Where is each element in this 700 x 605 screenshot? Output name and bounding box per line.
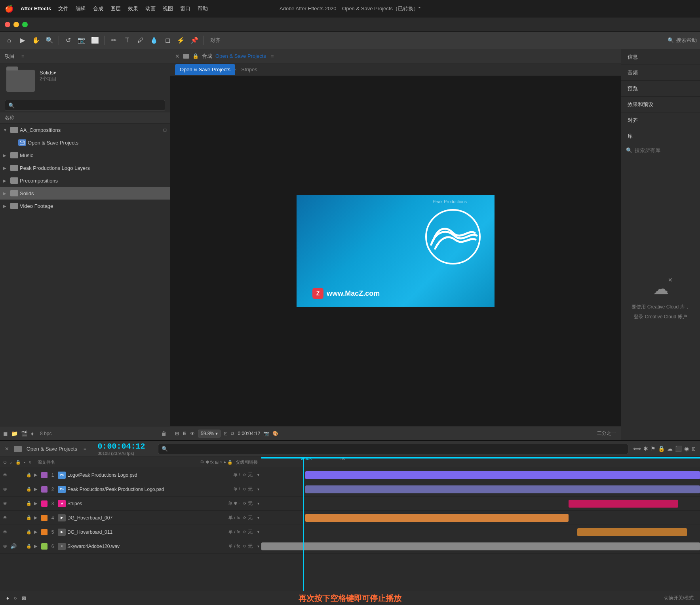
layer-lock-icon[interactable]: 🔒 bbox=[26, 487, 32, 492]
maximize-button[interactable] bbox=[22, 22, 28, 27]
layer-lock-icon[interactable]: 🔒 bbox=[26, 472, 32, 478]
parent-expand-icon[interactable]: ▾ bbox=[257, 501, 259, 506]
project-panel-menu-icon[interactable]: ≡ bbox=[21, 53, 25, 59]
list-item[interactable]: ▶ Precompositions bbox=[0, 174, 170, 187]
timeline-search[interactable]: 🔍 bbox=[158, 444, 628, 454]
layer-eye-icon[interactable]: 👁 bbox=[2, 529, 9, 535]
zoom-tool[interactable]: 🔍 bbox=[44, 34, 55, 46]
menu-edit[interactable]: 编辑 bbox=[76, 5, 86, 12]
select-tool[interactable]: ▶ bbox=[17, 34, 29, 46]
color-depth-icon[interactable]: 👁 bbox=[190, 431, 195, 436]
timeline-bar[interactable] bbox=[305, 471, 700, 479]
layer-expand-icon[interactable]: ▶ bbox=[34, 501, 40, 506]
timeline-bar[interactable] bbox=[261, 542, 700, 550]
menu-window[interactable]: 窗口 bbox=[180, 5, 190, 12]
text-tool[interactable]: T bbox=[121, 34, 133, 46]
layer-switches[interactable]: 单 ✱ - bbox=[228, 500, 242, 506]
time-stretch-icon[interactable]: ⧖ bbox=[691, 445, 695, 452]
camera-snapshot-icon[interactable]: 📷 bbox=[263, 431, 269, 436]
timeline-bar[interactable] bbox=[577, 528, 687, 536]
expand-icon[interactable]: ▶ bbox=[3, 153, 9, 158]
expand-icon[interactable]: ▶ bbox=[3, 191, 9, 196]
layer-expand-icon[interactable]: ▶ bbox=[34, 529, 40, 535]
thirds-label[interactable]: 三分之一 bbox=[597, 430, 616, 437]
eraser-tool[interactable]: ◻ bbox=[162, 34, 173, 46]
timeline-bar[interactable] bbox=[305, 485, 700, 493]
expand-icon[interactable]: ▶ bbox=[3, 204, 9, 208]
tab-open-save[interactable]: Open & Save Projects bbox=[175, 64, 235, 75]
list-item[interactable]: ▼ AA_Compositions ⊞ bbox=[0, 124, 170, 136]
panel-info[interactable]: 信息 bbox=[621, 49, 700, 65]
layer-switches[interactable]: 单 / bbox=[233, 472, 242, 478]
project-search-input[interactable] bbox=[17, 103, 162, 108]
clone-tool[interactable]: 💧 bbox=[148, 34, 160, 46]
brush-tool[interactable]: 🖊 bbox=[135, 34, 146, 46]
home-button[interactable]: ⌂ bbox=[3, 34, 15, 46]
status-icon-1[interactable]: ♦ bbox=[6, 595, 9, 601]
menu-compose[interactable]: 合成 bbox=[93, 5, 103, 12]
parent-expand-icon[interactable]: ▾ bbox=[257, 530, 259, 534]
menu-file[interactable]: 文件 bbox=[58, 5, 68, 12]
layer-switches[interactable]: 单 / fx bbox=[228, 529, 242, 535]
comp-link-icon[interactable]: ⟺ bbox=[633, 445, 641, 452]
layer-eye-icon[interactable]: 👁 bbox=[2, 487, 9, 492]
parent-expand-icon[interactable]: ▾ bbox=[257, 516, 259, 520]
menu-help[interactable]: 帮助 bbox=[198, 5, 208, 12]
flow-button[interactable]: ♦ bbox=[31, 430, 34, 437]
parent-expand-icon[interactable]: ▾ bbox=[257, 487, 259, 491]
shy-icon[interactable]: ☁ bbox=[667, 445, 673, 452]
viewer-type-icon[interactable]: 🖥 bbox=[182, 431, 187, 436]
project-search-bar[interactable]: 🔍 bbox=[5, 100, 165, 111]
new-comp-button[interactable]: ◼ bbox=[3, 430, 8, 437]
parent-expand-icon[interactable]: ▾ bbox=[257, 544, 259, 548]
rotation-tool[interactable]: ↺ bbox=[62, 34, 74, 46]
list-item[interactable]: ▶ Peak Productions Logo Layers bbox=[0, 162, 170, 174]
library-search[interactable]: 🔍 bbox=[621, 144, 700, 156]
layer-lock-icon[interactable]: 🔒 bbox=[26, 544, 32, 549]
list-item[interactable]: ▶ Music bbox=[0, 149, 170, 162]
menu-view[interactable]: 视图 bbox=[163, 5, 173, 12]
layer-lock-icon[interactable]: 🔒 bbox=[26, 515, 32, 520]
tab-stripes[interactable]: Stripes bbox=[236, 64, 262, 75]
layer-eye-icon[interactable]: 👁 bbox=[2, 544, 9, 549]
list-item[interactable]: ▶ Video Footage bbox=[0, 200, 170, 212]
color-picker-icon[interactable]: 🎨 bbox=[272, 431, 278, 436]
comp-header-menu[interactable]: ≡ bbox=[271, 53, 274, 59]
layer-lock-icon[interactable]: 🔒 bbox=[26, 501, 32, 506]
panel-effects[interactable]: 效果和预设 bbox=[621, 97, 700, 112]
motion-blur-icon[interactable]: ◉ bbox=[684, 445, 689, 452]
layer-eye-icon[interactable]: 👁 bbox=[2, 472, 9, 478]
layer-expand-icon[interactable]: ▶ bbox=[34, 515, 40, 520]
menu-effect[interactable]: 效果 bbox=[128, 5, 138, 12]
minimize-button[interactable] bbox=[13, 22, 19, 27]
timeline-close-button[interactable]: ✕ bbox=[5, 446, 9, 452]
status-mode[interactable]: 切换开关/模式 bbox=[664, 595, 694, 601]
render-icon[interactable]: ⊞ bbox=[175, 431, 179, 436]
layer-switches[interactable]: 单 / fx bbox=[228, 543, 242, 549]
layer-expand-icon[interactable]: ▶ bbox=[34, 472, 40, 478]
layer-eye-icon[interactable]: 👁 bbox=[2, 515, 9, 521]
menu-layer[interactable]: 图层 bbox=[110, 5, 121, 12]
status-icon-2[interactable]: ○ bbox=[14, 595, 17, 601]
pen-tool[interactable]: ✏ bbox=[108, 34, 120, 46]
footage-button[interactable]: 🎬 bbox=[21, 430, 28, 437]
timeline-bar[interactable] bbox=[569, 500, 678, 508]
app-name[interactable]: After Effects bbox=[21, 6, 51, 11]
library-search-input[interactable] bbox=[635, 147, 700, 153]
expand-icon[interactable]: ▼ bbox=[3, 128, 9, 132]
close-button[interactable] bbox=[5, 22, 10, 27]
zoom-select[interactable]: 59.8% ▾ bbox=[198, 430, 221, 438]
expand-icon[interactable]: ▶ bbox=[3, 179, 9, 183]
layer-switches[interactable]: 单 / bbox=[233, 486, 242, 492]
graph-editor-icon[interactable]: ✱ bbox=[643, 445, 648, 452]
grid-icon[interactable]: ⧉ bbox=[231, 431, 234, 436]
timeline-bar[interactable] bbox=[305, 514, 569, 522]
list-item[interactable]: ▶ Solids bbox=[0, 187, 170, 200]
list-item[interactable]: Open & Save Projects bbox=[0, 136, 170, 149]
delete-button[interactable]: 🗑 bbox=[161, 430, 167, 437]
timeline-search-input[interactable] bbox=[170, 446, 625, 452]
panel-library[interactable]: 库 bbox=[621, 128, 700, 144]
apple-menu[interactable]: 🍎 bbox=[5, 4, 13, 13]
solo-mode-icon[interactable]: ⚑ bbox=[651, 445, 656, 452]
puppet-tool[interactable]: ⚡ bbox=[175, 34, 187, 46]
